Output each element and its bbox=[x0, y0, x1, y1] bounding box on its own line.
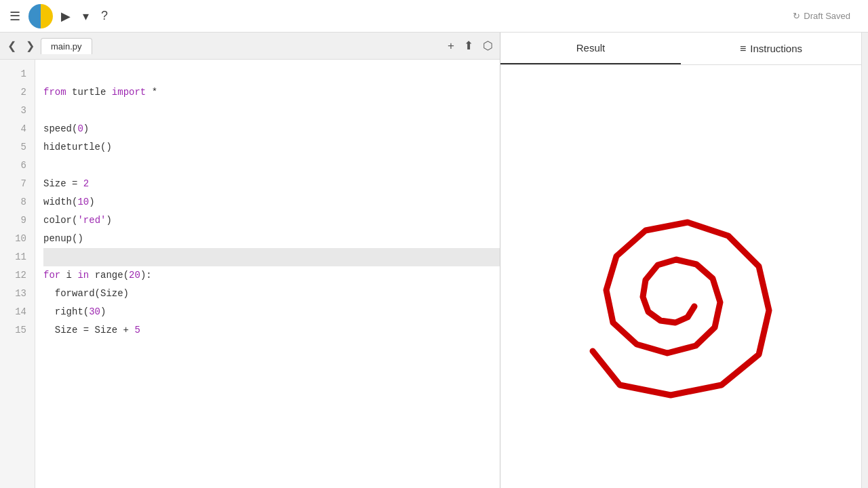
code-line[interactable]: speed(0) bbox=[43, 120, 500, 138]
line-number: 2 bbox=[0, 83, 35, 102]
code-line[interactable]: forward(Size) bbox=[43, 285, 500, 303]
code-line[interactable]: penup() bbox=[43, 230, 500, 248]
line-number: 7 bbox=[0, 175, 35, 193]
right-scrollbar[interactable] bbox=[861, 33, 868, 488]
code-line[interactable]: color('red') bbox=[43, 211, 500, 230]
line-number: 11 bbox=[0, 248, 35, 266]
line-number: 1 bbox=[0, 65, 35, 83]
run-icon: ▶ bbox=[61, 9, 71, 24]
chevron-right-icon: ❯ bbox=[26, 40, 35, 52]
result-canvas bbox=[500, 65, 861, 488]
tab-instructions[interactable]: ≡Instructions bbox=[681, 33, 861, 64]
menu-icon: ☰ bbox=[9, 9, 20, 24]
chevron-left-icon: ❮ bbox=[7, 40, 16, 52]
upload-file-button[interactable]: ⬆ bbox=[461, 37, 476, 54]
dropdown-icon: ▾ bbox=[83, 9, 89, 24]
code-line[interactable] bbox=[43, 102, 500, 120]
add-icon: + bbox=[448, 39, 454, 52]
code-line[interactable]: from turtle import * bbox=[43, 83, 500, 102]
help-icon: ? bbox=[101, 9, 108, 23]
editor-panel: ❮ ❯ main.py + ⬆ ⬡ 12345678910 bbox=[0, 33, 500, 488]
dropdown-button[interactable]: ▾ bbox=[79, 6, 93, 26]
code-line[interactable]: Size = 2 bbox=[43, 175, 500, 193]
nav-next-button[interactable]: ❯ bbox=[22, 38, 38, 54]
logo-icon bbox=[28, 4, 53, 28]
code-line[interactable]: for i in range(20): bbox=[43, 266, 500, 285]
code-editor[interactable]: from turtle import * speed(0)hideturtle(… bbox=[35, 60, 500, 488]
code-line[interactable]: Size = Size + 5 bbox=[43, 321, 500, 340]
help-button[interactable]: ? bbox=[97, 6, 112, 26]
draft-saved-status: ↻ Draft Saved bbox=[793, 11, 850, 21]
code-area[interactable]: 123456789101112131415 from turtle import… bbox=[0, 60, 500, 488]
nav-prev-button[interactable]: ❮ bbox=[4, 38, 20, 54]
result-tab-label: Result bbox=[576, 42, 606, 54]
add-file-button[interactable]: + bbox=[445, 38, 457, 54]
share-icon: ⬡ bbox=[483, 39, 493, 52]
code-line[interactable] bbox=[43, 248, 500, 266]
refresh-icon: ↻ bbox=[793, 11, 800, 21]
code-line[interactable]: hideturtle() bbox=[43, 138, 500, 157]
code-line[interactable]: right(30) bbox=[43, 303, 500, 321]
tab-bar: ❮ ❯ main.py + ⬆ ⬡ bbox=[0, 33, 500, 60]
line-number: 10 bbox=[0, 230, 35, 248]
code-line[interactable] bbox=[43, 157, 500, 175]
draft-saved-label: Draft Saved bbox=[804, 11, 850, 21]
upload-icon: ⬆ bbox=[464, 39, 473, 52]
line-number: 14 bbox=[0, 303, 35, 321]
tab-actions: + ⬆ ⬡ bbox=[445, 37, 496, 54]
line-number: 4 bbox=[0, 120, 35, 138]
list-icon: ≡ bbox=[740, 43, 746, 55]
instructions-tab-label: Instructions bbox=[750, 43, 802, 54]
share-button[interactable]: ⬡ bbox=[480, 37, 496, 54]
line-number: 6 bbox=[0, 157, 35, 175]
tab-label: main.py bbox=[51, 41, 82, 52]
tab-result[interactable]: Result bbox=[500, 33, 681, 64]
line-number: 3 bbox=[0, 102, 35, 120]
code-line[interactable] bbox=[43, 65, 500, 83]
file-tab-main-py[interactable]: main.py bbox=[41, 38, 92, 54]
menu-button[interactable]: ☰ bbox=[5, 6, 24, 26]
run-button[interactable]: ▶ bbox=[57, 6, 75, 26]
line-numbers: 123456789101112131415 bbox=[0, 60, 35, 488]
line-number: 13 bbox=[0, 285, 35, 303]
spiral-graphic bbox=[566, 155, 796, 399]
line-number: 12 bbox=[0, 266, 35, 285]
result-panel: Result ≡Instructions bbox=[500, 33, 861, 488]
line-number: 9 bbox=[0, 211, 35, 230]
line-number: 8 bbox=[0, 193, 35, 211]
line-number: 5 bbox=[0, 138, 35, 157]
code-line[interactable]: width(10) bbox=[43, 193, 500, 211]
toolbar: ☰ ▶ ▾ ? ↻ Draft Saved bbox=[0, 0, 868, 33]
result-tabs: Result ≡Instructions bbox=[500, 33, 861, 65]
line-number: 15 bbox=[0, 321, 35, 340]
main-area: ❮ ❯ main.py + ⬆ ⬡ 12345678910 bbox=[0, 33, 868, 488]
